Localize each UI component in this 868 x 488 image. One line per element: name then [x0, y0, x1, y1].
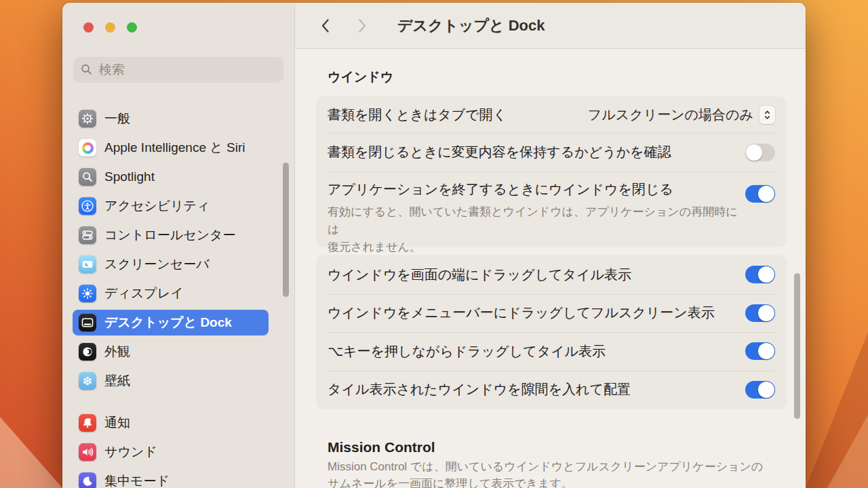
sidebar-item-label: サウンド — [104, 443, 157, 461]
window-settings-card-2: ウインドウを画面の端にドラッグしてタイル表示 ウインドウをメニューバーにドラッグ… — [317, 256, 786, 409]
window-settings-card-1: 書類を開くときはタブで開く フルスクリーンの場合のみ 書類を閉じるときに変更内容… — [317, 97, 786, 247]
main-panel: デスクトップと Dock ウインドウ 書類を開くときはタブで開く フルスクリーン… — [294, 3, 806, 488]
speaker-icon — [79, 443, 96, 461]
settings-row-close-windows-on-quit: アプリケーションを終了するときにウインドウを閉じる 有効にすると、開いていた書類… — [317, 171, 786, 247]
row-label: ウインドウをメニューバーにドラッグしてフルスクリーン表示 — [328, 304, 745, 322]
sidebar-item-label: ディスプレイ — [104, 285, 184, 302]
sidebar-item-label: 集中モード — [104, 472, 170, 488]
forward-button[interactable] — [352, 14, 372, 37]
sidebar-item-notifications[interactable]: 通知 — [73, 410, 269, 436]
sidebar-item-apple-intelligence[interactable]: Apple Intelligence と Siri — [73, 135, 269, 161]
sidebar-item-appearance[interactable]: 外観 — [73, 339, 269, 365]
desktop-dock-icon — [79, 314, 96, 331]
gear-icon — [79, 110, 96, 127]
wallpaper-facet-left — [0, 386, 62, 488]
minimize-button[interactable] — [105, 22, 115, 33]
system-settings-window: 一般 Apple Intelligence と Siri Spotlight ア… — [62, 3, 806, 488]
appearance-icon — [79, 343, 96, 361]
row-label: タイル表示されたウインドウを隙間を入れて配置 — [328, 380, 745, 399]
tiled-windows-have-margins-toggle[interactable] — [745, 381, 775, 399]
chevron-right-icon — [358, 18, 367, 33]
settings-row-ask-to-keep-changes: 書類を閉じるときに変更内容を保持するかどうかを確認 — [317, 133, 786, 171]
row-label: ウインドウを画面の端にドラッグしてタイル表示 — [328, 266, 745, 284]
sidebar-item-label: Spotlight — [104, 169, 155, 184]
ask-to-keep-changes-toggle[interactable] — [745, 144, 775, 161]
sidebar-item-label: Apple Intelligence と Siri — [104, 139, 245, 157]
close-button[interactable] — [83, 22, 94, 33]
moon-icon — [79, 472, 96, 488]
settings-row-fullscreen-by-dragging-menubar: ウインドウをメニューバーにドラッグしてフルスクリーン表示 — [317, 294, 786, 333]
content-scrollbar[interactable] — [794, 273, 800, 419]
settings-row-open-in-tabs: 書類を開くときはタブで開く フルスクリーンの場合のみ — [317, 97, 786, 133]
zoom-button[interactable] — [127, 22, 137, 33]
bell-icon — [79, 414, 96, 432]
fullscreen-by-dragging-menubar-toggle[interactable] — [745, 304, 775, 322]
search-field — [73, 57, 283, 83]
screensaver-icon — [79, 256, 96, 273]
row-description: 有効にすると、開いていた書類とウインドウは、アプリケーションの再開時には 復元さ… — [328, 203, 745, 256]
row-label: ⌥キーを押しながらドラッグしてタイル表示 — [328, 342, 745, 361]
traffic-lights — [83, 22, 137, 33]
sidebar-item-label: デスクトップと Dock — [104, 314, 232, 331]
titlebar: デスクトップと Dock — [295, 3, 806, 49]
sidebar-item-wallpaper[interactable]: 壁紙 — [73, 368, 269, 394]
open-in-tabs-select[interactable]: フルスクリーンの場合のみ — [588, 106, 775, 124]
sidebar-scrollbar[interactable] — [283, 163, 289, 297]
tile-with-option-key-toggle[interactable] — [745, 342, 775, 360]
mission-control-heading: Mission Control — [328, 439, 435, 455]
sun-icon — [79, 285, 96, 302]
accessibility-icon — [79, 197, 96, 215]
chevron-left-icon — [321, 18, 330, 33]
chevron-up-down-icon — [760, 106, 775, 124]
search-icon — [81, 64, 92, 75]
sidebar-item-accessibility[interactable]: アクセシビリティ — [73, 193, 269, 219]
settings-content: ウインドウ 書類を開くときはタブで開く フルスクリーンの場合のみ 書類を閉じると… — [295, 49, 806, 488]
sidebar-item-label: 一般 — [104, 110, 130, 127]
sidebar-item-spotlight[interactable]: Spotlight — [73, 164, 269, 190]
apple-intelligence-icon — [79, 139, 96, 157]
sidebar-item-desktop-dock[interactable]: デスクトップと Dock — [73, 310, 269, 336]
row-label: アプリケーションを終了するときにウインドウを閉じる — [328, 180, 745, 199]
sidebar-item-label: 通知 — [104, 414, 130, 432]
sidebar-item-general[interactable]: 一般 — [73, 106, 269, 131]
sidebar-item-label: コントロールセンター — [104, 226, 236, 244]
settings-row-tile-by-dragging-edge: ウインドウを画面の端にドラッグしてタイル表示 — [317, 256, 786, 294]
select-value: フルスクリーンの場合のみ — [588, 106, 753, 124]
sidebar: 一般 Apple Intelligence と Siri Spotlight ア… — [62, 3, 294, 488]
page-title: デスクトップと Dock — [397, 16, 545, 36]
mission-control-description: Mission Control では、開いているウインドウとフルスクリーンアプリ… — [328, 458, 763, 488]
sidebar-item-focus[interactable]: 集中モード — [73, 468, 269, 488]
control-center-icon — [79, 226, 96, 244]
sidebar-item-sound[interactable]: サウンド — [73, 439, 269, 465]
settings-row-tiled-windows-have-margins: タイル表示されたウインドウを隙間を入れて配置 — [317, 371, 786, 409]
sidebar-item-label: スクリーンセーバ — [104, 256, 210, 273]
search-input[interactable] — [73, 57, 283, 83]
sidebar-nav: 一般 Apple Intelligence と Siri Spotlight ア… — [73, 106, 269, 488]
section-heading-window: ウインドウ — [328, 68, 393, 86]
row-text-group: アプリケーションを終了するときにウインドウを閉じる 有効にすると、開いていた書類… — [328, 171, 745, 256]
flower-icon — [79, 372, 96, 390]
sidebar-item-displays[interactable]: ディスプレイ — [73, 281, 269, 306]
close-windows-on-quit-toggle[interactable] — [745, 185, 775, 203]
sidebar-item-label: 外観 — [104, 343, 130, 361]
sidebar-item-control-center[interactable]: コントロールセンター — [73, 222, 269, 248]
row-label: 書類を閉じるときに変更内容を保持するかどうかを確認 — [328, 143, 745, 161]
row-label: 書類を開くときはタブで開く — [328, 106, 588, 124]
sidebar-item-label: 壁紙 — [104, 372, 130, 390]
tile-by-dragging-edge-toggle[interactable] — [745, 266, 775, 283]
settings-row-tile-with-option-key: ⌥キーを押しながらドラッグしてタイル表示 — [317, 332, 786, 371]
magnifier-icon — [79, 168, 96, 186]
sidebar-item-label: アクセシビリティ — [104, 197, 210, 215]
back-button[interactable] — [315, 14, 335, 37]
sidebar-item-screensaver[interactable]: スクリーンセーバ — [73, 251, 269, 277]
